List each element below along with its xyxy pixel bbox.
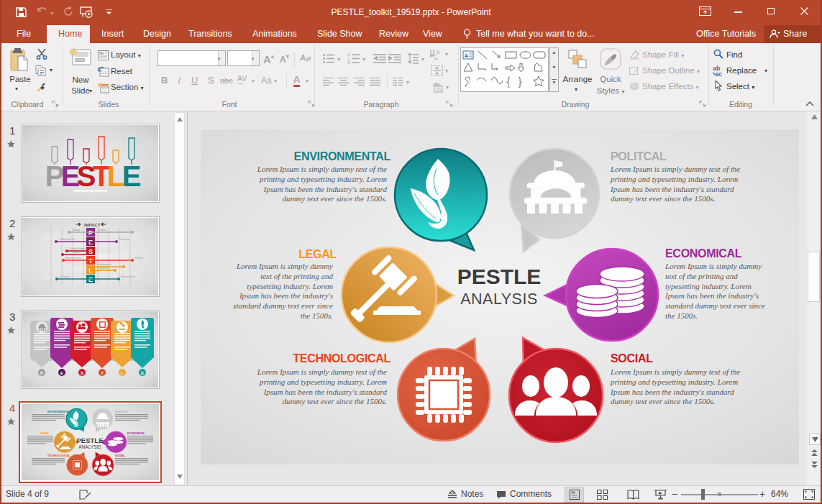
svg-text:E: E xyxy=(88,276,93,283)
svg-text:ENVIRONMENTAL: ENVIRONMENTAL xyxy=(47,411,70,413)
svg-text:P: P xyxy=(88,229,93,237)
svg-text:POLITCAL: POLITCAL xyxy=(115,411,129,413)
svg-text:S: S xyxy=(81,371,83,375)
svg-text:Buying Power: Buying Power xyxy=(70,247,86,250)
svg-text:Biodiver: Biodiver xyxy=(98,229,107,232)
svg-text:L: L xyxy=(88,267,93,274)
svg-text:ECONOMICAL: ECONOMICAL xyxy=(127,432,145,435)
svg-text:Movement Det: Movement Det xyxy=(65,257,81,260)
svg-text:IMPACT: IMPACT xyxy=(84,223,101,227)
svg-text:P: P xyxy=(40,371,43,375)
svg-text:E: E xyxy=(122,160,142,192)
svg-text:T: T xyxy=(88,257,93,265)
svg-text:SOCIAL: SOCIAL xyxy=(115,454,125,457)
svg-text:ANALYSIS: ANALYSIS xyxy=(78,444,101,449)
svg-text:TECHNOLOGICAL: TECHNOLOGICAL xyxy=(47,454,70,457)
svg-text:Biological: Biological xyxy=(60,275,70,278)
svg-text:Global Market: Global Market xyxy=(60,238,75,241)
svg-text:E: E xyxy=(88,239,93,246)
svg-text:ac: ac xyxy=(715,70,722,77)
svg-text:3: 3 xyxy=(347,60,350,64)
svg-text:A: A xyxy=(300,53,306,62)
svg-text:Exchange: Exchange xyxy=(119,238,129,241)
svg-text:Rebook: Rebook xyxy=(134,257,143,260)
svg-text:Regulations: Regulations xyxy=(97,267,110,270)
svg-text:Mineral Water: Mineral Water xyxy=(121,275,137,278)
svg-text:PESTLE: PESTLE xyxy=(76,436,103,444)
svg-text:A: A xyxy=(465,52,469,59)
svg-text:GenN: GenN xyxy=(73,251,79,254)
svg-text:L: L xyxy=(121,371,124,375)
svg-text:E: E xyxy=(141,371,144,375)
svg-text:E: E xyxy=(60,371,63,375)
svg-text:S: S xyxy=(88,248,93,255)
svg-text:LEGAL: LEGAL xyxy=(40,432,50,435)
svg-text:T: T xyxy=(101,371,104,375)
svg-text:A: A xyxy=(436,49,440,56)
svg-text:Employment: Employment xyxy=(97,263,111,266)
svg-text:Taxing: Taxing xyxy=(73,229,80,232)
